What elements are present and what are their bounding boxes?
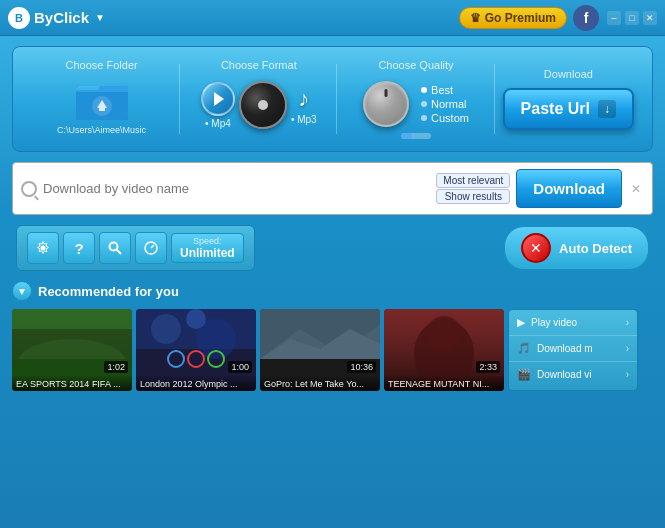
settings-panel: Choose Folder <box>12 46 653 152</box>
play-circle[interactable] <box>201 82 235 116</box>
video-overlay-1: London 2012 Olympic ... <box>136 375 256 391</box>
facebook-button[interactable]: f <box>573 5 599 31</box>
quality-best[interactable]: Best <box>421 84 469 96</box>
music-note-icon: ♪ <box>298 86 309 112</box>
logo-icon: B <box>8 7 30 29</box>
side-play-label: Play video <box>531 317 577 328</box>
quality-best-dot <box>421 87 427 93</box>
svg-point-6 <box>41 246 46 251</box>
side-download-m-arrow: › <box>626 343 629 354</box>
toolbar-left: ? Speed: Unlimited <box>16 225 255 271</box>
help-button[interactable]: ? <box>63 232 95 264</box>
svg-line-9 <box>151 245 154 248</box>
video-overlay-3: TEENAGE MUTANT NI... <box>384 375 504 391</box>
quality-custom-dot <box>421 115 427 121</box>
video-title-2: GoPro: Let Me Take Yo... <box>264 379 376 389</box>
title-bar: B ByClick ▼ ♛ Go Premium f – □ ✕ <box>0 0 665 36</box>
search-close-icon[interactable]: ✕ <box>628 181 644 197</box>
premium-button[interactable]: ♛ Go Premium <box>459 7 567 29</box>
speed-label: Speed: <box>193 236 222 246</box>
settings-button[interactable] <box>27 232 59 264</box>
auto-detect-icon: ✕ <box>521 233 551 263</box>
video-thumb-0[interactable]: 1:02 EA SPORTS 2014 FIFA ... <box>12 309 132 391</box>
download-m-icon: 🎵 <box>517 342 531 355</box>
video-duration-1: 1:00 <box>228 361 252 373</box>
side-play-arrow: › <box>626 317 629 328</box>
mp3-option[interactable]: ♪ • Mp3 <box>291 86 317 125</box>
auto-detect-button[interactable]: ✕ Auto Detect <box>504 226 649 270</box>
side-download-v-button[interactable]: 🎬 Download vi › <box>509 362 637 387</box>
video-thumb-2[interactable]: 10:36 GoPro: Let Me Take Yo... <box>260 309 380 391</box>
minimize-button[interactable]: – <box>607 11 621 25</box>
side-download-m-button[interactable]: 🎵 Download m › <box>509 336 637 362</box>
side-download-v-label: Download vi <box>537 369 591 380</box>
paste-url-label: Paste Url <box>521 100 590 118</box>
video-duration-3: 2:33 <box>476 361 500 373</box>
quality-custom[interactable]: Custom <box>421 112 469 124</box>
svg-rect-5 <box>99 108 105 111</box>
video-title-0: EA SPORTS 2014 FIFA ... <box>16 379 128 389</box>
maximize-button[interactable]: □ <box>625 11 639 25</box>
video-duration-2: 10:36 <box>347 361 376 373</box>
recommended-header: ▼ Recommended for you <box>12 281 653 301</box>
svg-point-31 <box>426 316 462 352</box>
auto-detect-label: Auto Detect <box>559 241 632 256</box>
paste-url-button[interactable]: Paste Url ↓ <box>503 88 634 130</box>
side-play-button[interactable]: ▶ Play video › <box>509 310 637 336</box>
search-button[interactable] <box>99 232 131 264</box>
show-results-option[interactable]: Show results <box>436 189 510 204</box>
svg-point-7 <box>110 243 118 251</box>
collapse-icon: ▼ <box>17 286 27 297</box>
svg-point-17 <box>151 314 181 344</box>
video-thumb-3[interactable]: 2:33 TEENAGE MUTANT NI... <box>384 309 504 391</box>
premium-label: Go Premium <box>485 11 556 25</box>
video-thumb-1[interactable]: 1:00 London 2012 Olympic ... <box>136 309 256 391</box>
logo: B ByClick ▼ <box>8 7 105 29</box>
svg-rect-27 <box>260 309 380 359</box>
dropdown-icon[interactable]: ▼ <box>95 12 105 23</box>
video-title-3: TEENAGE MUTANT NI... <box>388 379 500 389</box>
quality-knob[interactable] <box>363 81 409 127</box>
play-icon: ▶ <box>517 316 525 329</box>
mp4-option[interactable]: • Mp4 <box>201 82 235 129</box>
choose-quality-header: Choose Quality <box>378 59 453 71</box>
choose-folder-section: Choose Folder <box>23 55 180 143</box>
collapse-button[interactable]: ▼ <box>12 281 32 301</box>
search-icon <box>21 181 37 197</box>
download-v-icon: 🎬 <box>517 368 531 381</box>
download-header: Download <box>544 68 593 80</box>
search-download-button[interactable]: Download <box>516 169 622 208</box>
logo-text: ByClick <box>34 9 89 26</box>
most-relevant-option[interactable]: Most relevant <box>436 173 510 188</box>
quality-indicator <box>401 133 431 139</box>
thumbnails-row: 1:02 EA SPORTS 2014 FIFA ... 1:00 <box>12 309 653 391</box>
video-overlay-2: GoPro: Let Me Take Yo... <box>260 375 380 391</box>
speed-button[interactable] <box>135 232 167 264</box>
quality-normal-label: Normal <box>431 98 466 110</box>
paste-url-arrow: ↓ <box>598 100 616 118</box>
quality-normal-dot <box>421 101 427 107</box>
video-overlay-0: EA SPORTS 2014 FIFA ... <box>12 375 132 391</box>
svg-point-19 <box>186 309 206 329</box>
play-icon <box>214 92 224 106</box>
search-input[interactable] <box>43 181 430 196</box>
close-button[interactable]: ✕ <box>643 11 657 25</box>
svg-rect-14 <box>12 329 132 359</box>
choose-format-header: Choose Format <box>221 59 297 71</box>
choose-format-section: Choose Format • Mp4 ♪ • Mp3 <box>180 55 337 143</box>
video-duration-0: 1:02 <box>104 361 128 373</box>
video-title-1: London 2012 Olympic ... <box>140 379 252 389</box>
bottom-toolbar: ? Speed: Unlimited ✕ Auto Detect <box>12 225 653 271</box>
quality-normal[interactable]: Normal <box>421 98 469 110</box>
download-section: Download Paste Url ↓ <box>495 55 642 143</box>
search-options: Most relevant Show results <box>436 173 510 204</box>
quality-best-label: Best <box>431 84 453 96</box>
mp3-label: • Mp3 <box>291 114 317 125</box>
disk-icon[interactable] <box>239 81 287 129</box>
side-download-m-label: Download m <box>537 343 593 354</box>
choose-folder-header: Choose Folder <box>66 59 138 71</box>
choose-quality-section: Choose Quality Best Normal Custom <box>337 55 494 143</box>
speed-badge[interactable]: Speed: Unlimited <box>171 233 244 263</box>
folder-icon[interactable] <box>74 77 130 123</box>
recommended-title: Recommended for you <box>38 284 179 299</box>
